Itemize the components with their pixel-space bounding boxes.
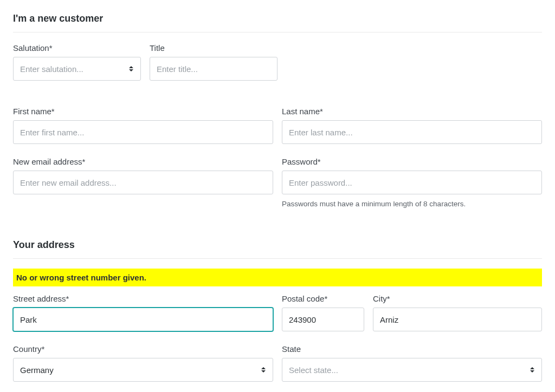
firstname-group: First name* xyxy=(13,107,273,144)
country-select[interactable]: Germany xyxy=(13,358,273,382)
section-title-address: Your address xyxy=(13,239,542,259)
password-group: Password* Passwords must have a minimum … xyxy=(282,157,542,208)
password-hint: Passwords must have a minimum length of … xyxy=(282,200,542,208)
updown-icon xyxy=(128,65,134,73)
email-group: New email address* xyxy=(13,157,273,208)
updown-icon xyxy=(261,366,266,374)
city-label: City* xyxy=(373,294,542,303)
title-input[interactable] xyxy=(150,57,278,81)
title-group: Title xyxy=(150,43,278,81)
postal-group: Postal code* xyxy=(282,294,364,331)
firstname-input[interactable] xyxy=(13,120,273,144)
section-title-new-customer: I'm a new customer xyxy=(13,13,542,32)
salutation-label: Salutation* xyxy=(13,43,141,53)
postal-label: Postal code* xyxy=(282,294,364,303)
title-label: Title xyxy=(150,43,278,53)
state-label: State xyxy=(282,344,542,354)
country-select-text: Germany xyxy=(20,365,54,375)
country-label: Country* xyxy=(13,344,273,354)
state-select[interactable]: Select state... xyxy=(282,358,542,382)
password-label: Password* xyxy=(282,157,542,166)
street-label: Street address* xyxy=(13,294,273,303)
postal-input[interactable] xyxy=(282,308,364,331)
city-input[interactable] xyxy=(373,308,542,331)
street-group: Street address* xyxy=(13,294,273,331)
state-group: State Select state... xyxy=(282,344,542,382)
email-label: New email address* xyxy=(13,157,273,166)
lastname-group: Last name* xyxy=(282,107,542,144)
city-group: City* xyxy=(373,294,542,331)
lastname-label: Last name* xyxy=(282,107,542,116)
state-select-text: Select state... xyxy=(289,365,338,375)
street-number-alert: No or wrong street number given. xyxy=(13,269,542,286)
salutation-group: Salutation* Enter salutation... xyxy=(13,43,141,81)
password-input[interactable] xyxy=(282,171,542,194)
salutation-select-text: Enter salutation... xyxy=(20,64,83,74)
email-input[interactable] xyxy=(13,171,273,194)
firstname-label: First name* xyxy=(13,107,273,116)
lastname-input[interactable] xyxy=(282,120,542,144)
country-group: Country* Germany xyxy=(13,344,273,382)
street-input[interactable] xyxy=(13,308,273,331)
updown-icon xyxy=(530,366,535,374)
salutation-select[interactable]: Enter salutation... xyxy=(13,57,141,81)
